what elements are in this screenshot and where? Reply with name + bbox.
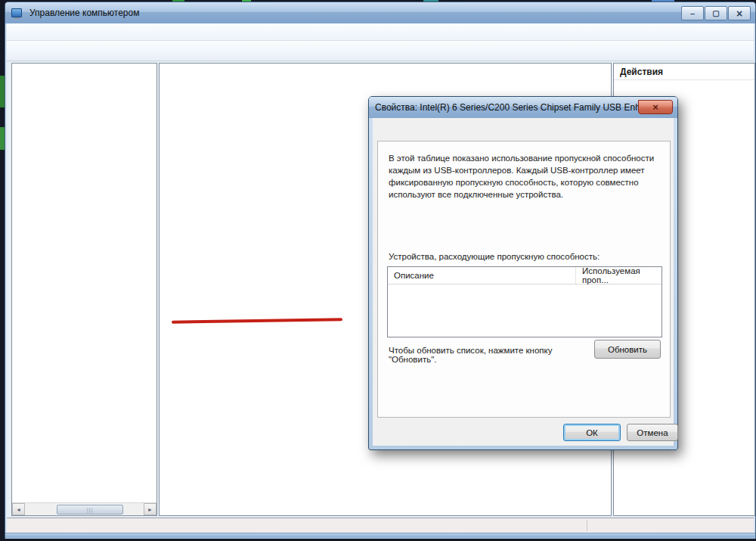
- dialog-titlebar[interactable]: Свойства: Intel(R) 6 Series/C200 Series …: [369, 97, 677, 118]
- window-bottom-frame: [5, 533, 755, 539]
- actions-header: Действия: [614, 64, 754, 80]
- bandwidth-table-label: Устройства, расходующие пропускную спосо…: [389, 252, 600, 261]
- dialog-body: В этой таблице показано использование пр…: [373, 118, 674, 446]
- app-icon: [11, 8, 22, 17]
- maximize-button[interactable]: [705, 6, 727, 20]
- refresh-hint: Чтобы обновить список, нажмите кнопку "О…: [389, 346, 593, 364]
- column-header-description[interactable]: Описание: [388, 271, 575, 280]
- usb-properties-dialog: Свойства: Intel(R) 6 Series/C200 Series …: [368, 96, 678, 450]
- table-header: Описание Используемая проп...: [388, 267, 662, 284]
- bandwidth-table: Описание Используемая проп...: [387, 266, 662, 337]
- console-tree-pane: ◄ ||| ►: [11, 63, 157, 516]
- dialog-title: Свойства: Intel(R) 6 Series/C200 Series …: [375, 102, 658, 113]
- dialog-buttons: ОК Отмена: [373, 424, 674, 443]
- advanced-tab-page: В этой таблице показано использование пр…: [377, 141, 671, 418]
- window-title: Управление компьютером: [29, 8, 139, 18]
- screen: { "colors": { "titlebar_blue": "#8fb0d7"…: [0, 0, 756, 541]
- scroll-right-button[interactable]: ►: [144, 503, 156, 515]
- window-titlebar[interactable]: Управление компьютером: [5, 2, 755, 23]
- menu-bar: [7, 23, 754, 41]
- status-bar: [7, 518, 754, 533]
- close-button[interactable]: [728, 6, 751, 20]
- refresh-button[interactable]: Обновить: [594, 340, 661, 359]
- bandwidth-description: В этой таблице показано использование пр…: [389, 152, 661, 201]
- device-tree: [160, 64, 611, 67]
- ok-button[interactable]: ОК: [563, 424, 621, 441]
- column-header-bandwidth[interactable]: Используемая проп...: [575, 267, 662, 284]
- scrollbar-thumb[interactable]: |||: [57, 505, 123, 515]
- scroll-left-button[interactable]: ◄: [12, 503, 25, 515]
- minimize-button[interactable]: [681, 6, 704, 20]
- toolbar: [7, 41, 754, 61]
- horizontal-scrollbar[interactable]: ◄ ||| ►: [12, 502, 156, 515]
- console-tree: [12, 64, 156, 67]
- cancel-button[interactable]: Отмена: [627, 424, 678, 441]
- dialog-close-button[interactable]: ×: [638, 100, 673, 114]
